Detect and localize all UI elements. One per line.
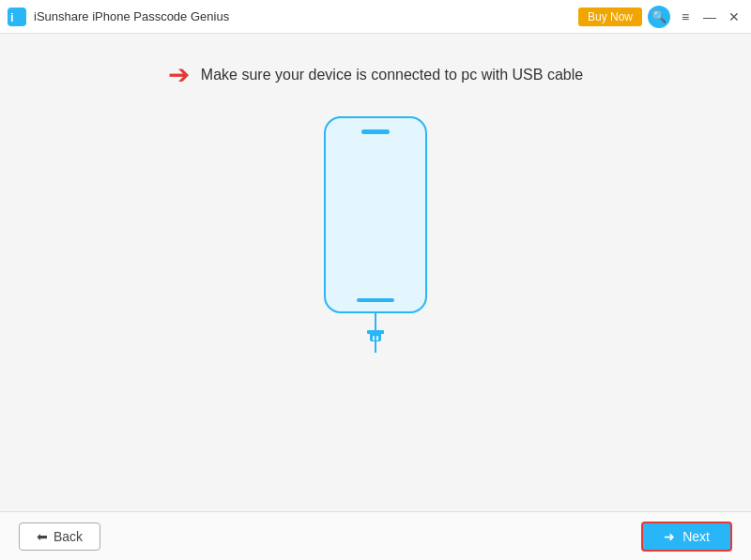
- svg-text:i: i: [10, 10, 14, 24]
- close-button[interactable]: ✕: [725, 8, 743, 26]
- phone-screen: [333, 134, 418, 298]
- usb-head: [367, 330, 384, 341]
- search-icon: 🔍: [651, 9, 667, 23]
- buy-now-button[interactable]: Buy Now: [578, 8, 642, 26]
- menu-icon: ≡: [682, 9, 689, 24]
- phone-home-bar: [357, 298, 394, 302]
- search-button[interactable]: 🔍: [648, 6, 670, 28]
- usb-connector: [367, 313, 384, 353]
- usb-line-bottom: [375, 341, 376, 353]
- next-label: Next: [682, 529, 710, 544]
- usb-line-top: [375, 313, 376, 330]
- title-bar-actions: Buy Now 🔍 ≡ — ✕: [578, 6, 743, 28]
- back-arrow-icon: ⬅: [37, 529, 48, 544]
- arrow-right-icon: ➔: [168, 62, 190, 88]
- instruction-text: Make sure your device is connected to pc…: [201, 67, 583, 83]
- usb-mid: [370, 334, 381, 341]
- app-logo: i: [8, 8, 26, 26]
- minimize-button[interactable]: —: [700, 8, 719, 26]
- usb-pin-left: [373, 336, 375, 341]
- menu-button[interactable]: ≡: [676, 8, 695, 26]
- back-button[interactable]: ⬅ Back: [19, 522, 100, 551]
- app-title: iSunshare iPhone Passcode Genius: [34, 9, 578, 23]
- title-bar: i iSunshare iPhone Passcode Genius Buy N…: [0, 0, 751, 34]
- phone-frame: [324, 116, 427, 313]
- close-icon: ✕: [728, 9, 740, 24]
- next-arrow-icon: ➜: [664, 529, 675, 544]
- phone-illustration: [324, 116, 427, 353]
- usb-pin-right: [376, 336, 378, 341]
- minimize-icon: —: [703, 9, 716, 24]
- instruction-row: ➔ Make sure your device is connected to …: [168, 62, 583, 88]
- back-label: Back: [54, 529, 83, 544]
- next-button[interactable]: ➜ Next: [641, 522, 732, 552]
- footer: ⬅ Back ➜ Next: [0, 511, 751, 560]
- main-content: ➔ Make sure your device is connected to …: [0, 34, 751, 511]
